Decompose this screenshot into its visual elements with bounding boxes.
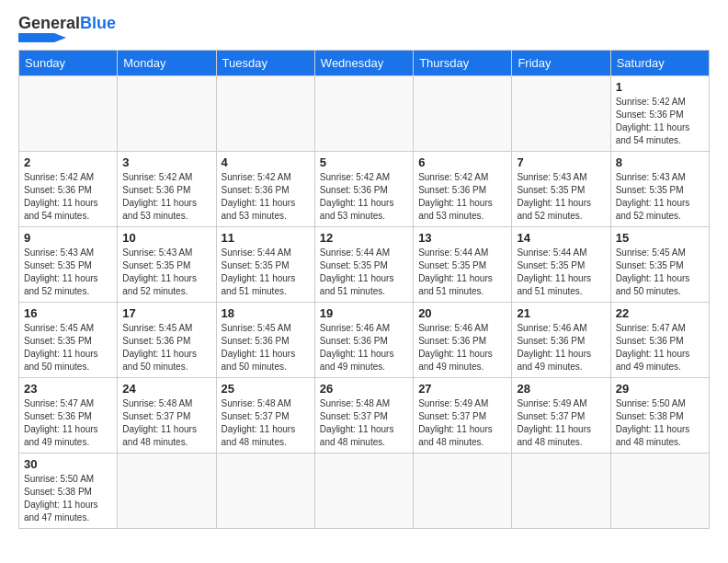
calendar-cell: 3Sunrise: 5:42 AM Sunset: 5:36 PM Daylig… (118, 152, 216, 227)
day-info: Sunrise: 5:42 AM Sunset: 5:36 PM Dayligh… (616, 96, 704, 147)
logo-shape (18, 33, 66, 42)
calendar-cell: 26Sunrise: 5:48 AM Sunset: 5:37 PM Dayli… (314, 378, 413, 454)
day-info: Sunrise: 5:50 AM Sunset: 5:38 PM Dayligh… (24, 473, 112, 524)
day-number: 21 (517, 306, 605, 320)
day-header-tuesday: Tuesday (216, 51, 314, 76)
day-info: Sunrise: 5:48 AM Sunset: 5:37 PM Dayligh… (222, 397, 310, 449)
day-info: Sunrise: 5:42 AM Sunset: 5:36 PM Dayligh… (122, 171, 210, 223)
day-number: 18 (222, 306, 310, 320)
calendar-cell (19, 76, 118, 152)
day-number: 6 (418, 155, 506, 169)
calendar-cell: 28Sunrise: 5:49 AM Sunset: 5:37 PM Dayli… (512, 378, 610, 454)
calendar-cell: 13Sunrise: 5:44 AM Sunset: 5:35 PM Dayli… (414, 227, 512, 303)
day-number: 30 (24, 457, 112, 471)
day-header-sunday: Sunday (19, 51, 118, 76)
day-header-wednesday: Wednesday (314, 51, 413, 76)
day-info: Sunrise: 5:42 AM Sunset: 5:36 PM Dayligh… (418, 171, 506, 223)
day-info: Sunrise: 5:49 AM Sunset: 5:37 PM Dayligh… (418, 397, 506, 449)
calendar-cell: 12Sunrise: 5:44 AM Sunset: 5:35 PM Dayli… (314, 227, 413, 303)
day-info: Sunrise: 5:42 AM Sunset: 5:36 PM Dayligh… (222, 171, 310, 223)
calendar-table: SundayMondayTuesdayWednesdayThursdayFrid… (18, 50, 710, 529)
calendar-cell (610, 454, 709, 529)
calendar-cell (118, 76, 216, 152)
day-number: 23 (24, 382, 112, 396)
calendar-cell: 21Sunrise: 5:46 AM Sunset: 5:36 PM Dayli… (512, 303, 610, 378)
calendar-cell: 9Sunrise: 5:43 AM Sunset: 5:35 PM Daylig… (19, 227, 118, 303)
calendar-cell: 10Sunrise: 5:43 AM Sunset: 5:35 PM Dayli… (118, 227, 216, 303)
header: General Blue (18, 15, 710, 42)
calendar-cell: 4Sunrise: 5:42 AM Sunset: 5:36 PM Daylig… (216, 152, 314, 227)
day-number: 25 (222, 382, 310, 396)
day-number: 27 (418, 382, 506, 396)
week-row-2: 9Sunrise: 5:43 AM Sunset: 5:35 PM Daylig… (19, 227, 710, 303)
day-number: 11 (222, 231, 310, 245)
calendar-cell: 29Sunrise: 5:50 AM Sunset: 5:38 PM Dayli… (610, 378, 709, 454)
calendar-cell: 17Sunrise: 5:45 AM Sunset: 5:36 PM Dayli… (118, 303, 216, 378)
calendar-cell: 30Sunrise: 5:50 AM Sunset: 5:38 PM Dayli… (19, 454, 118, 529)
day-info: Sunrise: 5:44 AM Sunset: 5:35 PM Dayligh… (418, 247, 506, 298)
calendar-cell (216, 454, 314, 529)
week-row-3: 16Sunrise: 5:45 AM Sunset: 5:35 PM Dayli… (19, 303, 710, 378)
day-info: Sunrise: 5:46 AM Sunset: 5:36 PM Dayligh… (418, 322, 506, 373)
calendar-cell: 27Sunrise: 5:49 AM Sunset: 5:37 PM Dayli… (414, 378, 512, 454)
day-info: Sunrise: 5:43 AM Sunset: 5:35 PM Dayligh… (616, 171, 704, 223)
day-info: Sunrise: 5:42 AM Sunset: 5:36 PM Dayligh… (320, 171, 408, 223)
day-number: 3 (122, 155, 210, 169)
day-info: Sunrise: 5:47 AM Sunset: 5:36 PM Dayligh… (24, 397, 112, 449)
calendar-cell (216, 76, 314, 152)
day-number: 14 (517, 231, 605, 245)
day-header-saturday: Saturday (610, 51, 709, 76)
day-info: Sunrise: 5:46 AM Sunset: 5:36 PM Dayligh… (320, 322, 408, 373)
calendar-cell: 18Sunrise: 5:45 AM Sunset: 5:36 PM Dayli… (216, 303, 314, 378)
day-header-monday: Monday (118, 51, 216, 76)
day-number: 8 (616, 155, 704, 169)
calendar-cell: 8Sunrise: 5:43 AM Sunset: 5:35 PM Daylig… (610, 152, 709, 227)
calendar-cell (118, 454, 216, 529)
day-number: 10 (122, 231, 210, 245)
calendar-cell: 23Sunrise: 5:47 AM Sunset: 5:36 PM Dayli… (19, 378, 118, 454)
day-info: Sunrise: 5:48 AM Sunset: 5:37 PM Dayligh… (122, 397, 210, 449)
calendar-cell: 2Sunrise: 5:42 AM Sunset: 5:36 PM Daylig… (19, 152, 118, 227)
day-number: 15 (616, 231, 704, 245)
day-info: Sunrise: 5:50 AM Sunset: 5:38 PM Dayligh… (616, 397, 704, 449)
day-number: 12 (320, 231, 408, 245)
calendar-cell: 11Sunrise: 5:44 AM Sunset: 5:35 PM Dayli… (216, 227, 314, 303)
day-info: Sunrise: 5:47 AM Sunset: 5:36 PM Dayligh… (616, 322, 704, 373)
day-number: 29 (616, 382, 704, 396)
calendar-cell (414, 76, 512, 152)
day-number: 24 (122, 382, 210, 396)
calendar-cell (414, 454, 512, 529)
day-info: Sunrise: 5:43 AM Sunset: 5:35 PM Dayligh… (122, 247, 210, 298)
calendar-cell: 25Sunrise: 5:48 AM Sunset: 5:37 PM Dayli… (216, 378, 314, 454)
calendar-cell: 20Sunrise: 5:46 AM Sunset: 5:36 PM Dayli… (414, 303, 512, 378)
day-info: Sunrise: 5:45 AM Sunset: 5:35 PM Dayligh… (616, 247, 704, 298)
calendar-cell: 24Sunrise: 5:48 AM Sunset: 5:37 PM Dayli… (118, 378, 216, 454)
day-number: 17 (122, 306, 210, 320)
day-number: 4 (222, 155, 310, 169)
day-info: Sunrise: 5:44 AM Sunset: 5:35 PM Dayligh… (222, 247, 310, 298)
day-info: Sunrise: 5:43 AM Sunset: 5:35 PM Dayligh… (517, 171, 605, 223)
day-info: Sunrise: 5:45 AM Sunset: 5:36 PM Dayligh… (122, 322, 210, 373)
day-number: 19 (320, 306, 408, 320)
day-info: Sunrise: 5:45 AM Sunset: 5:36 PM Dayligh… (222, 322, 310, 373)
logo-general: General (18, 15, 80, 31)
day-info: Sunrise: 5:48 AM Sunset: 5:37 PM Dayligh… (320, 397, 408, 449)
calendar-cell: 5Sunrise: 5:42 AM Sunset: 5:36 PM Daylig… (314, 152, 413, 227)
day-header-row: SundayMondayTuesdayWednesdayThursdayFrid… (19, 51, 710, 76)
day-number: 1 (616, 80, 704, 94)
calendar-cell (512, 454, 610, 529)
day-info: Sunrise: 5:49 AM Sunset: 5:37 PM Dayligh… (517, 397, 605, 449)
calendar-cell: 7Sunrise: 5:43 AM Sunset: 5:35 PM Daylig… (512, 152, 610, 227)
day-info: Sunrise: 5:42 AM Sunset: 5:36 PM Dayligh… (24, 171, 112, 223)
day-info: Sunrise: 5:46 AM Sunset: 5:36 PM Dayligh… (517, 322, 605, 373)
day-number: 13 (418, 231, 506, 245)
week-row-4: 23Sunrise: 5:47 AM Sunset: 5:36 PM Dayli… (19, 378, 710, 454)
day-header-thursday: Thursday (414, 51, 512, 76)
calendar-cell (512, 76, 610, 152)
calendar-cell: 22Sunrise: 5:47 AM Sunset: 5:36 PM Dayli… (610, 303, 709, 378)
logo: General Blue (18, 15, 116, 42)
day-number: 16 (24, 306, 112, 320)
logo-blue: Blue (80, 15, 116, 31)
day-info: Sunrise: 5:43 AM Sunset: 5:35 PM Dayligh… (24, 247, 112, 298)
calendar-cell (314, 76, 413, 152)
